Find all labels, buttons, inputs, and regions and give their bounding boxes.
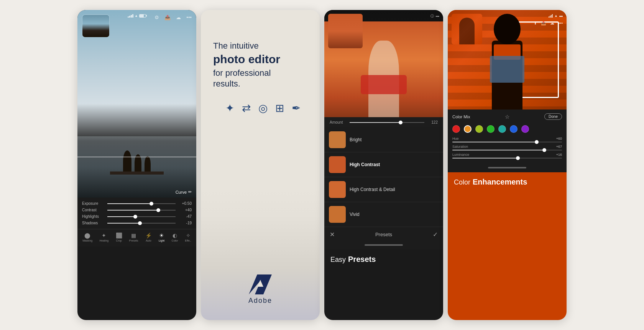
preset-item[interactable]: High Contrast & Detail [324, 177, 443, 202]
label: Hue [452, 137, 459, 140]
upload-icon[interactable]: ⬆ [534, 21, 537, 26]
cancel-button[interactable]: ✕ [330, 231, 335, 238]
slider-label: Contrast [82, 208, 105, 212]
nav-item[interactable]: ▦Presets [129, 232, 138, 242]
preset-name: High Contrast & Detail [350, 187, 395, 192]
color-circle[interactable] [487, 125, 495, 133]
healing-icon: ✒ [292, 102, 301, 114]
slider-row[interactable]: Contrast +40 [82, 208, 192, 212]
dog-photo: ⓘ ••• [324, 10, 443, 117]
more-icon[interactable]: ••• [558, 21, 563, 26]
preset-item[interactable]: Vivid [324, 202, 443, 227]
nav-icon: ✧ [186, 232, 191, 239]
nav-label: Effe.. [185, 239, 191, 242]
color-circle[interactable] [510, 125, 518, 133]
more-icon: ••• [436, 15, 439, 18]
nav-icon: ▦ [131, 232, 136, 239]
nav-label: Crop [116, 239, 122, 242]
slider-row[interactable]: Shadows -19 [82, 221, 192, 225]
slider-fill [107, 223, 138, 224]
preset-name: Vivid [350, 212, 360, 217]
main-title: photo editor [213, 52, 307, 66]
color-circle[interactable] [475, 125, 483, 133]
label: Saturation [452, 145, 468, 149]
slider-fill [107, 216, 133, 217]
transform-icon: ⇄ [242, 102, 251, 114]
slider-row[interactable]: Highlights -47 [82, 214, 192, 219]
small-thumbnail [328, 14, 363, 48]
amount-value: 122 [431, 120, 438, 124]
preset-thumb [329, 131, 346, 148]
slider-track[interactable] [107, 210, 176, 211]
preset-thumb [329, 156, 346, 173]
description: for professionalresults. [213, 68, 307, 90]
preset-item[interactable]: Bright [324, 127, 443, 152]
done-button[interactable]: Done [544, 113, 562, 120]
settings-icon[interactable]: ⚙ [154, 15, 159, 20]
card-photo-editor: ⚙ 📤 ☁ ••• ▲ Curve ✏ [77, 10, 196, 320]
cloud-icon[interactable]: ☁ [550, 21, 554, 26]
nav-item[interactable]: ⚡Auto [145, 232, 152, 242]
slider-track[interactable] [107, 216, 176, 217]
presets-label: Presets [375, 232, 392, 237]
slider-track[interactable] [452, 142, 562, 142]
caption-word1: Easy [330, 256, 346, 264]
color-circle[interactable] [521, 125, 529, 133]
slider-thumb [150, 202, 153, 206]
preset-item[interactable]: High Contrast [324, 152, 443, 177]
nav-label: Masking [82, 239, 92, 242]
slider-track[interactable] [452, 158, 562, 158]
main-photo [77, 10, 196, 198]
nav-label: Healing [100, 239, 109, 242]
color-circle[interactable] [452, 125, 460, 133]
slider-fill [452, 150, 542, 150]
nav-icon: ✦ [102, 232, 106, 239]
slider-section: Hue +60 [452, 137, 562, 142]
slider-row[interactable]: Exposure +0.50 [82, 201, 192, 206]
nav-item[interactable]: ⬜Crop [116, 232, 122, 242]
slider-thumb [138, 221, 142, 225]
person-3 [145, 156, 151, 172]
slider-thumb [156, 208, 160, 212]
slider-label: Highlights [82, 214, 105, 219]
nav-item[interactable]: ☀Light [159, 232, 164, 242]
share-icon[interactable]: 📤 [541, 21, 546, 26]
people-silhouettes [123, 150, 151, 172]
caption-word2: Enhancements [473, 178, 527, 186]
section-header: Color Mix ☆ Done [452, 113, 562, 120]
cloud-icon[interactable]: ☁ [176, 15, 181, 20]
more-icon[interactable]: ••• [186, 15, 192, 20]
color-circle[interactable] [498, 125, 506, 133]
amount-slider[interactable]: Amount 122 [324, 117, 443, 127]
nav-item[interactable]: ✧Effe.. [185, 232, 191, 242]
nav-item[interactable]: ⬤Masking [82, 232, 92, 242]
share-icon[interactable]: 📤 [164, 15, 171, 20]
slider-value: -19 [178, 221, 192, 225]
color-circle[interactable] [464, 125, 472, 133]
thumbnail-preview[interactable] [82, 15, 110, 38]
nav-item[interactable]: ✦Healing [100, 232, 109, 242]
text-area: The intuitive photo editor for professio… [201, 10, 320, 114]
nav-icon: ☀ [159, 232, 164, 239]
slider-track[interactable] [452, 150, 562, 150]
bottom-bar: ✕ Presets ✓ [324, 227, 443, 242]
presets-icon: ⊞ [275, 102, 284, 114]
adobe-text: Adobe [248, 297, 272, 305]
slider-fill [107, 203, 150, 204]
tagline-content: The intuitive photo editor for professio… [201, 10, 320, 320]
star-icon[interactable]: ☆ [505, 114, 510, 120]
amount-label: Amount [330, 120, 343, 124]
person-1 [123, 150, 131, 172]
confirm-button[interactable]: ✓ [433, 231, 438, 238]
slider-track[interactable] [107, 203, 176, 204]
home-indicator [448, 165, 567, 172]
phone-status: ⓘ ••• [430, 14, 439, 19]
value: +67 [556, 145, 562, 149]
slider-fill [452, 158, 516, 158]
slider-track[interactable] [107, 223, 176, 224]
section-title: Color Mix [452, 114, 470, 119]
card-presets: ⓘ ••• Amount 122 Bright High Contrast Hi… [324, 10, 443, 320]
slider-value: -47 [178, 214, 192, 219]
nav-item[interactable]: ◐Color [172, 232, 178, 242]
slider-label: Shadows [82, 221, 105, 225]
